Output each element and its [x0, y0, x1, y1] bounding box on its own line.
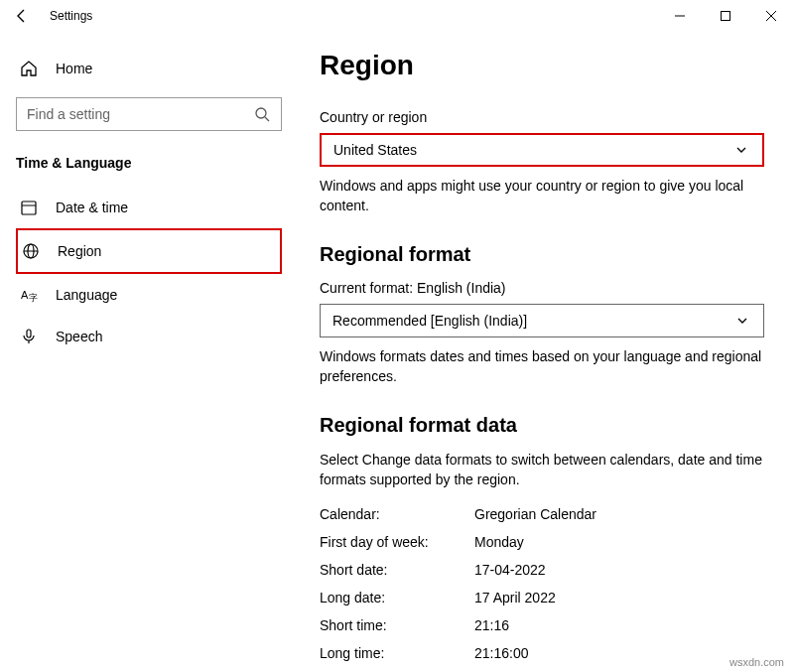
format-dropdown[interactable]: Recommended [English (India)] — [320, 304, 764, 337]
microphone-icon — [20, 328, 38, 345]
kv-key: Short time: — [320, 617, 474, 633]
sidebar-item-label: Region — [58, 243, 101, 259]
format-data-desc: Select Change data formats to switch bet… — [320, 451, 764, 489]
svg-rect-6 — [22, 202, 36, 214]
kv-row: Calendar:Gregorian Calendar — [320, 500, 764, 528]
window-title: Settings — [50, 9, 92, 23]
kv-value: 21:16:00 — [474, 645, 529, 661]
svg-point-4 — [256, 108, 266, 118]
chevron-down-icon — [733, 312, 751, 330]
home-nav[interactable]: Home — [16, 50, 282, 87]
svg-text:字: 字 — [29, 293, 38, 303]
kv-key: Short date: — [320, 562, 474, 578]
globe-icon — [22, 242, 40, 260]
svg-line-5 — [265, 117, 269, 121]
kv-key: First day of week: — [320, 534, 474, 550]
regional-format-desc: Windows formats dates and times based on… — [320, 347, 764, 386]
svg-rect-13 — [27, 330, 31, 337]
country-desc: Windows and apps might use your country … — [320, 177, 764, 215]
watermark: wsxdn.com — [729, 656, 784, 668]
format-value: Recommended [English (India)] — [332, 313, 527, 329]
arrow-left-icon — [14, 8, 30, 24]
kv-row: Short date:17-04-2022 — [320, 556, 764, 584]
maximize-button[interactable] — [703, 0, 748, 32]
kv-row: Long time:21:16:00 — [320, 639, 764, 667]
kv-key: Long date: — [320, 590, 474, 605]
sidebar-item-label: Language — [56, 287, 117, 303]
clock-icon — [20, 199, 38, 216]
sidebar-section-title: Time & Language — [16, 155, 282, 171]
kv-row: Long date:17 April 2022 — [320, 584, 764, 611]
svg-text:A: A — [21, 289, 29, 301]
kv-key: Calendar: — [320, 506, 474, 522]
home-icon — [20, 60, 38, 77]
regional-format-heading: Regional format — [320, 243, 764, 266]
page-title: Region — [320, 50, 764, 81]
sidebar-item-label: Date & time — [56, 200, 128, 215]
sidebar: Home Find a setting Time & Language Date… — [0, 32, 298, 672]
minimize-button[interactable] — [657, 0, 703, 32]
sidebar-item-label: Speech — [56, 329, 102, 344]
kv-value: 17 April 2022 — [474, 590, 556, 605]
current-format-label: Current format: English (India) — [320, 280, 764, 296]
sidebar-item-language[interactable]: A字 Language — [16, 274, 282, 316]
back-button[interactable] — [10, 4, 34, 28]
chevron-down-icon — [732, 141, 750, 159]
kv-row: Short time:21:16 — [320, 611, 764, 639]
sidebar-item-region[interactable]: Region — [16, 228, 282, 274]
search-placeholder: Find a setting — [27, 106, 110, 122]
kv-row: First day of week:Monday — [320, 528, 764, 556]
search-input[interactable]: Find a setting — [16, 97, 282, 131]
window-controls — [657, 0, 794, 32]
kv-value: 21:16 — [474, 617, 509, 633]
sidebar-item-date-time[interactable]: Date & time — [16, 187, 282, 228]
country-label: Country or region — [320, 109, 764, 125]
kv-value: Monday — [474, 534, 524, 550]
country-value: United States — [333, 142, 417, 158]
kv-value: 17-04-2022 — [474, 562, 546, 578]
svg-rect-1 — [722, 12, 730, 21]
kv-key: Long time: — [320, 645, 474, 661]
kv-value: Gregorian Calendar — [474, 506, 596, 522]
format-data-heading: Regional format data — [320, 414, 764, 437]
language-icon: A字 — [20, 286, 38, 304]
main-panel: Region Country or region United States W… — [298, 32, 794, 672]
country-dropdown[interactable]: United States — [320, 133, 764, 167]
sidebar-nav: Date & time Region A字 Language Speech — [16, 187, 282, 357]
close-button[interactable] — [748, 0, 794, 32]
home-label: Home — [56, 61, 92, 76]
search-icon — [253, 105, 271, 123]
sidebar-item-speech[interactable]: Speech — [16, 316, 282, 357]
